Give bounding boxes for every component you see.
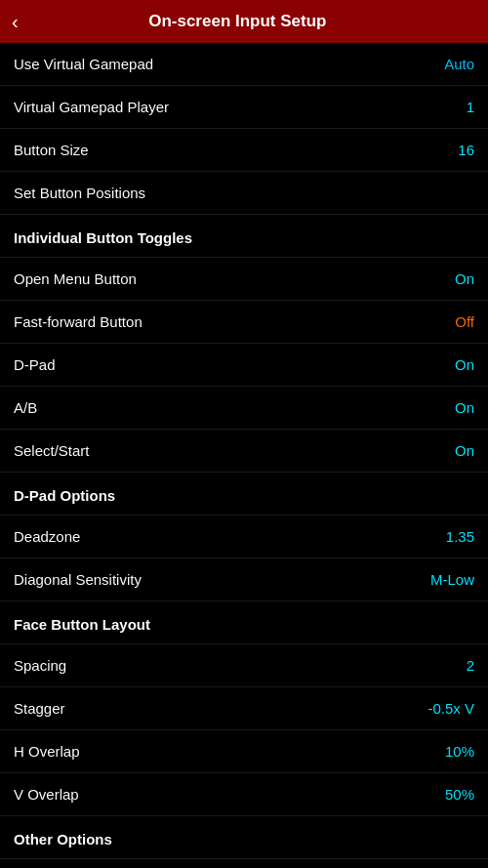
row-use-virtual-gamepad[interactable]: Use Virtual GamepadAuto (0, 43, 488, 86)
section-label-other-options: Other Options (14, 831, 112, 847)
row-value-select-start: On (455, 442, 474, 459)
row-label-virtual-gamepad-player: Virtual Gamepad Player (14, 99, 169, 115)
row-value-deadzone: 1.35 (446, 528, 474, 545)
row-diagonal-sensitivity[interactable]: Diagonal SensitivityM-Low (0, 558, 488, 601)
row-value-h-overlap: 10% (445, 743, 474, 760)
row-v-overlap[interactable]: V Overlap50% (0, 773, 488, 816)
row-d-pad-options[interactable]: D-Pad Options (0, 473, 488, 516)
row-set-button-positions[interactable]: Set Button Positions (0, 172, 488, 215)
row-stagger[interactable]: Stagger-0.5x V (0, 687, 488, 730)
row-face-button-layout[interactable]: Face Button Layout (0, 601, 488, 644)
header: ‹ On-screen Input Setup (0, 0, 488, 43)
row-ab[interactable]: A/BOn (0, 387, 488, 430)
row-value-spacing: 2 (467, 657, 474, 674)
row-label-v-overlap: V Overlap (14, 786, 79, 803)
settings-list: Use Virtual GamepadAutoVirtual Gamepad P… (0, 43, 488, 868)
section-label-d-pad-options: D-Pad Options (14, 487, 115, 504)
row-label-select-start: Select/Start (14, 442, 90, 459)
row-label-fast-forward-button: Fast-forward Button (14, 313, 142, 330)
row-value-d-pad: On (455, 356, 474, 373)
row-spacing[interactable]: Spacing2 (0, 644, 488, 687)
row-value-v-overlap: 50% (445, 786, 474, 803)
row-value-stagger: -0.5x V (427, 700, 474, 717)
row-label-open-menu-button: Open Menu Button (14, 270, 137, 287)
row-other-options[interactable]: Other Options (0, 816, 488, 859)
row-label-ab: A/B (14, 399, 37, 416)
row-label-h-overlap: H Overlap (14, 743, 80, 760)
header-title: On-screen Input Setup (28, 12, 447, 31)
row-individual-button-toggles[interactable]: Individual Button Toggles (0, 215, 488, 258)
row-value-diagonal-sensitivity: M-Low (430, 571, 474, 588)
row-button-size[interactable]: Button Size16 (0, 129, 488, 172)
row-label-d-pad: D-Pad (14, 356, 56, 373)
row-value-button-size: 16 (458, 142, 474, 158)
row-value-ab: On (455, 399, 474, 416)
row-value-fast-forward-button: Off (455, 313, 474, 330)
row-value-use-virtual-gamepad: Auto (444, 56, 474, 72)
row-label-button-size: Button Size (14, 142, 89, 158)
row-value-open-menu-button: On (455, 270, 474, 287)
row-label-stagger: Stagger (14, 700, 65, 717)
row-show-bounding-boxes[interactable]: Show Bounding BoxesOff (0, 859, 488, 868)
row-virtual-gamepad-player[interactable]: Virtual Gamepad Player1 (0, 86, 488, 129)
section-label-face-button-layout: Face Button Layout (14, 616, 150, 633)
row-fast-forward-button[interactable]: Fast-forward ButtonOff (0, 301, 488, 344)
section-label-individual-button-toggles: Individual Button Toggles (14, 229, 192, 246)
row-label-spacing: Spacing (14, 657, 66, 674)
row-label-deadzone: Deadzone (14, 528, 80, 545)
row-label-diagonal-sensitivity: Diagonal Sensitivity (14, 571, 142, 588)
row-h-overlap[interactable]: H Overlap10% (0, 730, 488, 773)
row-label-set-button-positions: Set Button Positions (14, 185, 145, 201)
back-button[interactable]: ‹ (12, 11, 19, 33)
row-d-pad[interactable]: D-PadOn (0, 344, 488, 387)
row-deadzone[interactable]: Deadzone1.35 (0, 516, 488, 558)
row-value-virtual-gamepad-player: 1 (467, 99, 474, 115)
row-open-menu-button[interactable]: Open Menu ButtonOn (0, 258, 488, 301)
row-select-start[interactable]: Select/StartOn (0, 430, 488, 473)
row-label-use-virtual-gamepad: Use Virtual Gamepad (14, 56, 153, 72)
